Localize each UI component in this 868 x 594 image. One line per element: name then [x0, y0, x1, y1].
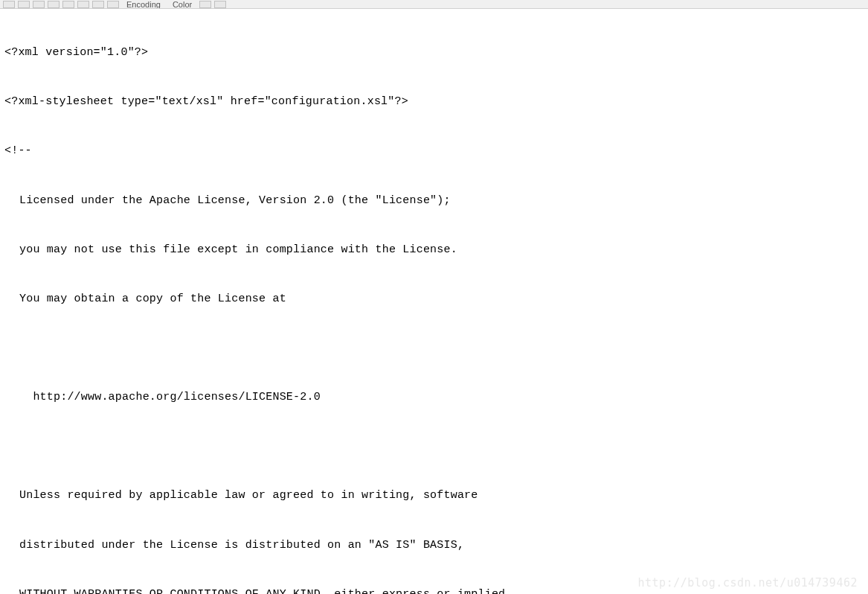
- toolbar-icon[interactable]: [92, 1, 104, 8]
- code-line: <?xml version="1.0"?>: [4, 45, 864, 61]
- watermark: http://blog.csdn.net/u014739462: [638, 576, 858, 590]
- toolbar-icon[interactable]: [107, 1, 119, 8]
- code-line: [4, 340, 864, 357]
- toolbar-icon[interactable]: [33, 1, 45, 8]
- toolbar-icon[interactable]: [62, 1, 74, 8]
- code-line: [4, 438, 864, 455]
- toolbar-icon[interactable]: [18, 1, 30, 8]
- encoding-label[interactable]: Encoding: [122, 0, 165, 9]
- code-line: you may not use this file except in comp…: [4, 242, 864, 258]
- code-line: distributed under the License is distrib…: [4, 537, 864, 554]
- toolbar-icon[interactable]: [199, 1, 211, 8]
- code-line: Licensed under the Apache License, Versi…: [4, 193, 864, 209]
- code-line: http://www.apache.org/licenses/LICENSE-2…: [4, 389, 864, 406]
- toolbar-icon[interactable]: [214, 1, 226, 8]
- toolbar-icon[interactable]: [3, 1, 15, 8]
- code-editor[interactable]: <?xml version="1.0"?> <?xml-stylesheet t…: [0, 9, 868, 594]
- code-line: You may obtain a copy of the License at: [4, 291, 864, 307]
- code-line: <?xml-stylesheet type="text/xsl" href="c…: [4, 94, 864, 110]
- color-label[interactable]: Color: [168, 0, 196, 9]
- code-line: <!--: [4, 143, 864, 159]
- toolbar: Encoding Color: [0, 0, 868, 9]
- toolbar-icon[interactable]: [48, 1, 60, 8]
- code-line: Unless required by applicable law or agr…: [4, 488, 864, 504]
- toolbar-icon[interactable]: [77, 1, 89, 8]
